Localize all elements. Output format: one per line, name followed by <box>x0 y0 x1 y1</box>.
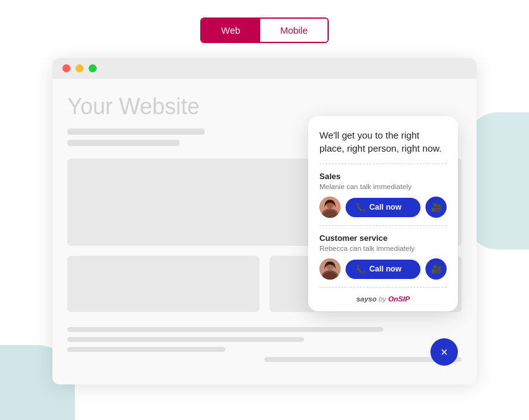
popup-divider-top <box>319 164 447 164</box>
popup-section-cs-sub: Rebecca can talk immediately <box>319 245 447 252</box>
brand-onsip: OnSIP <box>388 295 410 303</box>
popup-section-cs: Customer service Rebecca can talk immedi… <box>319 233 447 280</box>
dot-yellow <box>75 64 84 72</box>
popup-section-cs-title: Customer service <box>319 233 447 243</box>
popup-section-sales-title: Sales <box>319 172 447 181</box>
cs-call-button[interactable]: 📞 Call now <box>346 260 420 279</box>
browser-window: Your Website We'll get you to the right … <box>52 58 477 384</box>
popup-intro: We'll get you to the right place, right … <box>319 129 447 155</box>
video-icon-sales: 🎥 <box>431 202 442 212</box>
popup-section-sales: Sales Melanie can talk immediately <box>319 172 447 218</box>
browser-titlebar <box>52 58 477 79</box>
browser-content: Your Website We'll get you to the right … <box>52 79 477 384</box>
popup-divider-bottom <box>319 287 447 288</box>
dot-red <box>62 64 70 72</box>
phone-icon-sales: 📞 <box>356 203 366 212</box>
video-icon-cs: 🎥 <box>431 264 442 274</box>
brand-sayso: sayso <box>356 295 377 303</box>
bottom-line-2 <box>67 337 304 342</box>
popup-branding: sayso by OnSIP <box>319 295 447 303</box>
dot-green <box>89 64 97 72</box>
content-block-sm-1 <box>67 256 260 312</box>
sales-call-label: Call now <box>369 203 401 212</box>
cs-avatar <box>319 258 341 280</box>
phone-icon-cs: 📞 <box>356 265 366 274</box>
cs-video-button[interactable]: 🎥 <box>425 258 447 280</box>
cs-avatar-svg <box>319 258 341 280</box>
popup-card: We'll get you to the right place, right … <box>308 116 458 311</box>
popup-section-sales-sub: Melanie can talk immediately <box>319 183 447 190</box>
cs-call-label: Call now <box>369 265 401 273</box>
popup-close-button[interactable]: × <box>430 338 458 366</box>
popup-cs-actions: 📞 Call now 🎥 <box>319 258 447 280</box>
bottom-line-1 <box>67 327 383 332</box>
bottom-lines <box>67 322 462 367</box>
placeholder-line-2 <box>67 140 180 146</box>
sales-call-button[interactable]: 📞 Call now <box>346 198 420 217</box>
tab-mobile[interactable]: Mobile <box>260 19 328 42</box>
view-tab-bar: Web Mobile <box>200 17 329 43</box>
tab-web[interactable]: Web <box>201 19 261 42</box>
placeholder-line-1 <box>67 129 205 135</box>
popup-divider-mid <box>319 225 447 226</box>
brand-by: by <box>379 295 388 303</box>
popup-sales-actions: 📞 Call now 🎥 <box>319 197 447 218</box>
sales-avatar <box>319 197 341 218</box>
sales-avatar-svg <box>319 197 341 218</box>
sales-video-button[interactable]: 🎥 <box>425 197 447 218</box>
bottom-line-3 <box>67 347 225 352</box>
